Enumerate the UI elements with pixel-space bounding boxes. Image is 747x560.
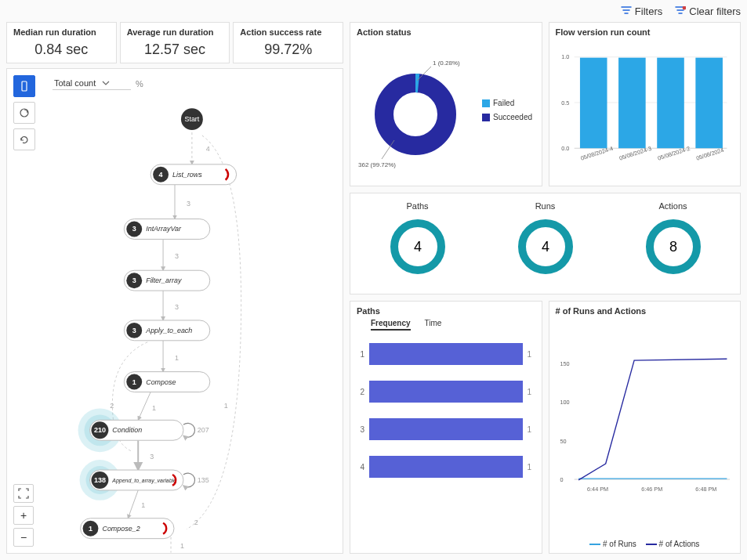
svg-rect-76 — [618, 58, 646, 149]
legend-runs[interactable]: # of Runs — [589, 540, 636, 548]
kpi-median-value: 0.84 sec — [13, 42, 110, 58]
kpi-median-label: Median run duration — [13, 27, 110, 37]
svg-text:3: 3 — [132, 327, 136, 334]
paths-bars: 11 21 31 41 — [357, 335, 535, 486]
path-bar-2[interactable]: 21 — [357, 373, 535, 410]
svg-text:0.5: 0.5 — [561, 99, 569, 107]
filter-icon — [621, 6, 632, 16]
flow-mode-rework[interactable] — [13, 128, 35, 150]
flow-node-compose[interactable]: 1 Compose — [124, 372, 209, 392]
ring-paths: Paths 4 — [354, 201, 481, 283]
action-status-donut[interactable]: 1 (0.28%) 362 (99.72%) — [357, 48, 474, 173]
zoom-controls: + − — [13, 484, 34, 547]
svg-rect-78 — [695, 58, 723, 149]
kpi-avg-label: Average run duration — [127, 27, 223, 37]
svg-text:3: 3 — [175, 303, 179, 311]
summary-rings: Paths 4 Runs 4 Actions 8 — [350, 193, 741, 294]
svg-text:4: 4 — [541, 239, 549, 255]
flow-version-panel: Flow version run count 1.0 0.5 0.0 05/08… — [549, 22, 742, 186]
svg-text:138: 138 — [94, 476, 106, 484]
runs-actions-title: # of Runs and Actions — [556, 306, 734, 316]
flow-node-filter-array[interactable]: 3 Filter_array — [124, 270, 209, 291]
svg-text:2: 2 — [194, 518, 198, 526]
svg-text:6:46 PM: 6:46 PM — [641, 486, 662, 493]
paths-panel: Paths Frequency Time 11 21 31 41 — [350, 301, 542, 554]
svg-text:0.0: 0.0 — [561, 145, 569, 152]
svg-text:Condition: Condition — [112, 426, 142, 434]
path-bar-1[interactable]: 11 — [357, 335, 535, 373]
flow-mode-duration[interactable] — [13, 102, 35, 124]
svg-text:Start: Start — [184, 115, 199, 123]
flow-mode-count[interactable] — [13, 75, 35, 97]
svg-text:3: 3 — [132, 225, 136, 233]
svg-text:Apply_to_each: Apply_to_each — [145, 327, 192, 334]
zoom-in-button[interactable]: + — [13, 506, 34, 525]
tab-time[interactable]: Time — [425, 319, 442, 331]
svg-rect-75 — [579, 58, 607, 149]
zoom-out-button[interactable]: − — [13, 528, 34, 547]
svg-text:3: 3 — [150, 453, 154, 461]
legend-succeeded[interactable]: Succeeded — [482, 110, 532, 125]
flow-node-apply-to-each[interactable]: 3 Apply_to_each — [124, 320, 209, 341]
svg-text:362 (99.72%): 362 (99.72%) — [358, 161, 396, 168]
svg-text:4: 4 — [159, 171, 163, 179]
filters-button[interactable]: Filters — [621, 5, 662, 17]
svg-text:Filter_array: Filter_array — [146, 276, 182, 284]
flow-version-title: Flow version run count — [556, 27, 734, 37]
runs-actions-panel: # of Runs and Actions 150 100 50 0 6:44 … — [549, 301, 742, 554]
top-toolbar: Filters Clear filters — [0, 0, 747, 22]
donut-legend: Failed Succeeded — [482, 96, 532, 125]
kpi-avg-value: 12.57 sec — [127, 42, 223, 58]
svg-text:1: 1 — [132, 378, 136, 386]
kpi-row: Median run duration 0.84 sec Average run… — [6, 22, 343, 63]
svg-text:05/08/2024: 05/08/2024 — [695, 146, 724, 162]
zoom-fit-button[interactable] — [13, 484, 34, 503]
svg-text:8: 8 — [669, 239, 676, 255]
svg-text:4: 4 — [413, 239, 421, 255]
svg-text:2: 2 — [110, 402, 114, 410]
flow-node-condition[interactable]: 210 Condition 207 — [78, 408, 209, 452]
path-bar-4[interactable]: 41 — [357, 448, 535, 486]
ring-runs: Runs 4 — [481, 201, 609, 283]
clear-filters-button[interactable]: Clear filters — [675, 5, 741, 17]
legend-actions[interactable]: # of Actions — [646, 540, 699, 548]
svg-text:1: 1 — [89, 525, 92, 533]
svg-text:Compose: Compose — [146, 378, 176, 386]
flow-canvas[interactable]: 2 1 4 3 3 3 1 1 3 — [7, 69, 343, 553]
flow-node-compose-2[interactable]: 1 Compose_2 — [81, 518, 174, 539]
flow-version-chart[interactable]: 1.0 0.5 0.0 05/08/2024-4 05/08/2024-3 05… — [556, 40, 734, 181]
svg-text:1: 1 — [175, 354, 179, 362]
svg-text:List_rows: List_rows — [172, 171, 202, 179]
paths-title: Paths — [357, 306, 535, 316]
kpi-success-value: 99.72% — [240, 42, 336, 58]
ring-actions: Actions 8 — [609, 201, 737, 283]
svg-text:IntArrayVar: IntArrayVar — [146, 225, 182, 233]
svg-text:1 (0.28%): 1 (0.28%) — [433, 60, 460, 67]
svg-text:3: 3 — [132, 276, 136, 284]
runs-actions-chart[interactable]: 150 100 50 0 6:44 PM 6:46 PM 6:48 PM — [556, 319, 734, 537]
svg-text:6:48 PM: 6:48 PM — [695, 486, 716, 493]
svg-text:210: 210 — [94, 426, 106, 434]
svg-text:1: 1 — [141, 501, 145, 509]
svg-point-0 — [683, 6, 686, 9]
flow-panel: Total count % 2 1 — [6, 68, 343, 554]
flow-node-list-rows[interactable]: 4 List_rows — [150, 164, 236, 185]
svg-text:Compose_2: Compose_2 — [102, 525, 140, 533]
filters-label: Filters — [635, 5, 662, 17]
kpi-success: Action success rate 99.72% — [233, 22, 343, 63]
runs-actions-legend: # of Runs # of Actions — [556, 540, 734, 548]
svg-line-19 — [128, 490, 138, 518]
svg-text:50: 50 — [560, 438, 566, 445]
svg-text:6:44 PM: 6:44 PM — [587, 486, 608, 493]
svg-text:1: 1 — [152, 404, 156, 412]
flow-node-intarrayvar[interactable]: 3 IntArrayVar — [124, 219, 209, 240]
svg-text:0: 0 — [560, 476, 563, 483]
legend-failed[interactable]: Failed — [482, 96, 532, 110]
svg-text:1: 1 — [180, 542, 184, 550]
tab-frequency[interactable]: Frequency — [371, 319, 411, 331]
flow-node-append-array[interactable]: 138 Append_to_array_variable 135 — [80, 460, 209, 500]
svg-rect-77 — [657, 58, 684, 149]
path-bar-3[interactable]: 31 — [357, 410, 535, 448]
flow-mode-toolbar — [13, 75, 35, 150]
clear-filters-label: Clear filters — [689, 5, 741, 17]
